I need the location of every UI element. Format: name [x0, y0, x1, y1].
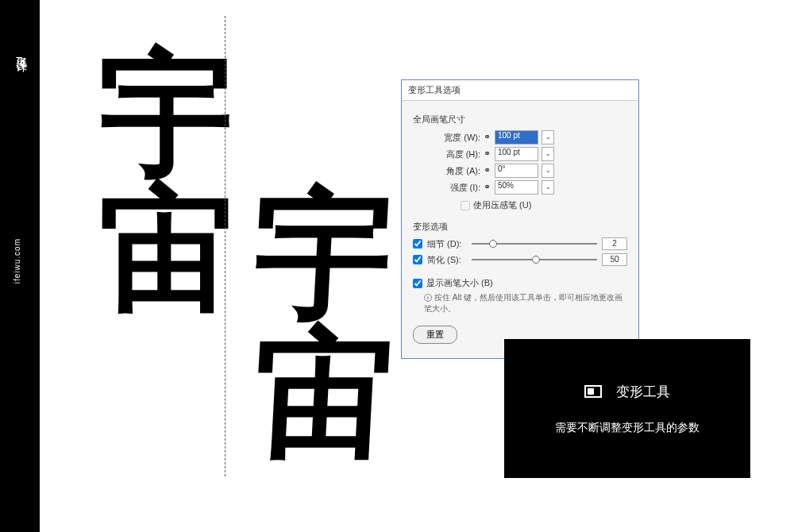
calligraphy-char-4: 宙 [250, 326, 396, 465]
calligraphy-char-3: 宇 [250, 187, 396, 326]
reset-button[interactable]: 重置 [413, 326, 457, 344]
height-dropdown[interactable]: ⌄ [542, 147, 554, 161]
simplify-value[interactable]: 50 [602, 253, 627, 266]
height-label: 高度 (H): [437, 148, 480, 160]
info-panel: 变形工具 需要不断调整变形工具的参数 [504, 339, 750, 478]
width-dropdown[interactable]: ⌄ [542, 130, 554, 145]
height-row: 高度 (H): ⚭ 100 pt ⌄ [437, 147, 627, 161]
warp-tool-icon [584, 385, 602, 398]
warp-tool-options-dialog: 变形工具选项 全局画笔尺寸 宽度 (W): ⚭ 100 pt ⌄ 高度 (H):… [401, 79, 639, 359]
intensity-row: 强度 (I): ⚭ 50% ⌄ [437, 180, 627, 195]
url-label: ifeiwu.com [13, 238, 21, 283]
simplify-slider[interactable] [472, 259, 597, 260]
simplify-checkbox[interactable] [413, 255, 422, 264]
detail-checkbox[interactable] [413, 239, 422, 249]
calligraphy-char-1: 宇 [99, 48, 234, 183]
detail-label: 细节 (D): [427, 238, 467, 250]
angle-row: 角度 (A): ⚭ 0° ⌄ [437, 164, 627, 178]
dialog-title: 变形工具选项 [402, 80, 638, 101]
panel-description: 需要不断调整变形工具的参数 [555, 421, 700, 435]
width-label: 宽度 (W): [437, 132, 480, 144]
show-brush-label: 显示画笔大小 (B) [426, 277, 493, 289]
detail-row: 细节 (D): 2 [413, 237, 627, 250]
intensity-input[interactable]: 50% [495, 180, 538, 195]
angle-label: 角度 (A): [437, 165, 480, 177]
angle-input[interactable]: 0° [495, 164, 538, 178]
vertical-divider [225, 16, 225, 476]
left-sidebar: 飞屋设计 ifeiwu.com [0, 0, 40, 532]
simplify-label: 简化 (S): [427, 254, 467, 266]
pressure-label: 使用压感笔 (U) [473, 199, 531, 211]
calligraphy-char-2: 宙 [99, 183, 234, 318]
tip-row: i按住 Alt 键，然后使用该工具单击，即可相应地更改画笔大小。 [424, 292, 627, 314]
detail-value[interactable]: 2 [602, 237, 627, 250]
link-icon[interactable]: ⚭ [484, 165, 491, 176]
show-brush-row: 显示画笔大小 (B) [413, 277, 627, 289]
tip-text: 按住 Alt 键，然后使用该工具单击，即可相应地更改画笔大小。 [424, 293, 622, 313]
show-brush-checkbox[interactable] [413, 279, 422, 288]
pressure-checkbox[interactable] [461, 201, 470, 210]
brush-section-label: 全局画笔尺寸 [413, 114, 627, 125]
brand-label: 飞屋设计 [14, 48, 29, 54]
height-input[interactable]: 100 pt [495, 147, 538, 161]
link-icon[interactable]: ⚭ [484, 132, 491, 143]
link-icon[interactable]: ⚭ [484, 148, 491, 160]
angle-dropdown[interactable]: ⌄ [542, 164, 554, 178]
pressure-row: 使用压感笔 (U) [461, 199, 627, 211]
intensity-dropdown[interactable]: ⌄ [542, 180, 554, 195]
detail-slider[interactable] [472, 243, 597, 245]
width-input[interactable]: 100 pt [495, 130, 538, 145]
width-row: 宽度 (W): ⚭ 100 pt ⌄ [437, 130, 627, 145]
intensity-label: 强度 (I): [437, 182, 480, 194]
tool-name: 变形工具 [616, 383, 670, 401]
warp-section-label: 变形选项 [413, 221, 627, 233]
info-icon: i [424, 294, 432, 302]
link-icon[interactable]: ⚭ [484, 182, 491, 193]
simplify-row: 简化 (S): 50 [413, 253, 627, 266]
